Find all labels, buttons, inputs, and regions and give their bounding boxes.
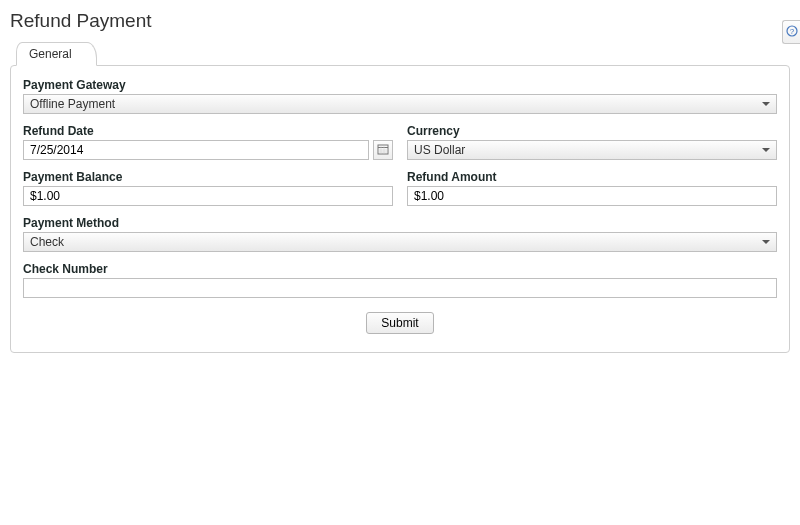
payment-balance-label: Payment Balance: [23, 170, 393, 184]
tab-general[interactable]: General: [16, 42, 97, 66]
help-icon-button[interactable]: ?: [782, 20, 800, 44]
refund-amount-input[interactable]: [407, 186, 777, 206]
calendar-icon: [377, 143, 389, 158]
payment-gateway-label: Payment Gateway: [23, 78, 777, 92]
refund-date-label: Refund Date: [23, 124, 393, 138]
refund-amount-label: Refund Amount: [407, 170, 777, 184]
chevron-down-icon: [762, 240, 770, 244]
currency-value: US Dollar: [414, 143, 465, 157]
check-number-label: Check Number: [23, 262, 777, 276]
page-title: Refund Payment: [10, 10, 790, 32]
refund-date-input[interactable]: [23, 140, 369, 160]
help-icon: ?: [786, 25, 798, 40]
chevron-down-icon: [762, 102, 770, 106]
payment-method-value: Check: [30, 235, 64, 249]
general-panel: Payment Gateway Offline Payment Refund D…: [10, 65, 790, 353]
currency-select[interactable]: US Dollar: [407, 140, 777, 160]
chevron-down-icon: [762, 148, 770, 152]
check-number-input[interactable]: [23, 278, 777, 298]
currency-label: Currency: [407, 124, 777, 138]
svg-text:?: ?: [789, 27, 794, 36]
submit-button[interactable]: Submit: [366, 312, 433, 334]
payment-method-select[interactable]: Check: [23, 232, 777, 252]
svg-rect-2: [378, 145, 388, 154]
payment-gateway-value: Offline Payment: [30, 97, 115, 111]
payment-balance-input[interactable]: [23, 186, 393, 206]
payment-method-label: Payment Method: [23, 216, 777, 230]
payment-gateway-select[interactable]: Offline Payment: [23, 94, 777, 114]
refund-date-calendar-button[interactable]: [373, 140, 393, 160]
tab-label: General: [29, 47, 72, 61]
